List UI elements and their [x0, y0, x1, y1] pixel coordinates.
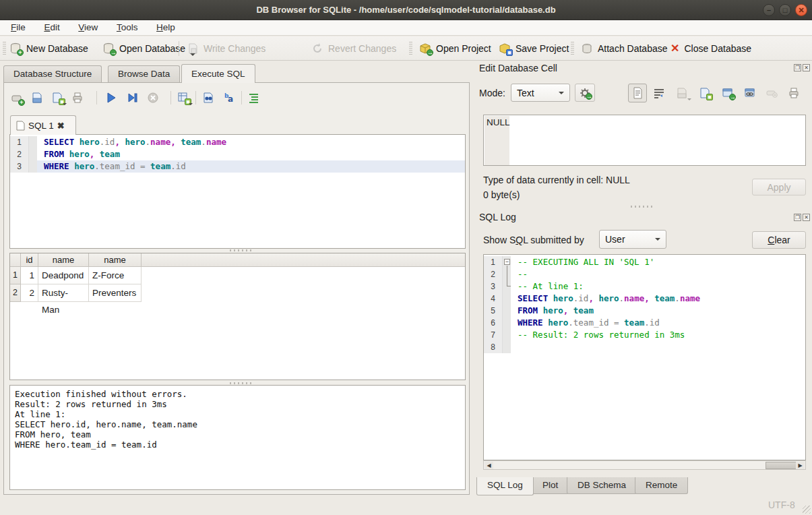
- edit-cell-title: Edit Database Cell: [479, 63, 557, 73]
- tab-sql-log[interactable]: SQL Log: [476, 477, 534, 495]
- auto-complete-icon[interactable]: ba: [224, 92, 236, 104]
- print-cell-icon[interactable]: [788, 87, 800, 99]
- execution-message: Execution finished without errors. Resul…: [9, 385, 466, 490]
- open-project-label: Open Project: [436, 43, 491, 54]
- execute-all-icon[interactable]: [105, 92, 117, 104]
- sql-editor-tab[interactable]: SQL 1 ✖: [10, 115, 76, 135]
- menu-help[interactable]: Help: [148, 20, 183, 35]
- sql-log-title: SQL Log: [479, 212, 516, 222]
- title-bar: DB Browser for SQLite - /home/user/code/…: [0, 0, 812, 20]
- stop-execution-icon: [147, 92, 159, 104]
- apply-button: Apply: [752, 179, 806, 195]
- close-database-button[interactable]: ✕ Close Database: [670, 39, 751, 58]
- save-project-label: Save Project: [516, 43, 569, 54]
- attach-database-icon: [581, 42, 593, 55]
- sql-tab-close-icon[interactable]: ✖: [57, 121, 65, 131]
- format-sql-icon[interactable]: [248, 92, 260, 104]
- editor-line: 1 SELECT hero.id, hero.name, team.name: [10, 136, 465, 148]
- toolbar-drag-handle[interactable]: [3, 42, 6, 55]
- main-toolbar: + New Database → Open Database Write Cha…: [0, 36, 812, 61]
- open-project-icon: →: [419, 42, 431, 55]
- close-log-panel-icon[interactable]: ✕: [803, 214, 810, 221]
- editor-line: 2 FROM hero, team: [10, 148, 465, 160]
- cell-value: NULL: [487, 117, 510, 127]
- column-header-name[interactable]: name: [38, 253, 89, 266]
- results-table[interactable]: id name name 1 1 Deadpond Z-Force 2 2 Ru…: [9, 253, 466, 380]
- save-project-button[interactable]: ■ Save Project: [499, 39, 569, 58]
- minimize-button[interactable]: –: [763, 4, 775, 16]
- open-project-button[interactable]: → Open Project: [419, 39, 491, 58]
- column-header-id[interactable]: id: [21, 253, 38, 266]
- toolbar-drag-handle2[interactable]: [409, 42, 412, 55]
- menu-file[interactable]: File: [3, 20, 34, 35]
- tab-browse-data[interactable]: Browse Data: [108, 65, 180, 82]
- log-filter-combobox[interactable]: User: [599, 230, 666, 249]
- float-log-panel-icon[interactable]: ❐: [794, 214, 801, 221]
- save-results-icon[interactable]: ■: [177, 92, 189, 104]
- open-database-button[interactable]: → Open Database: [102, 39, 195, 58]
- menu-edit[interactable]: Edit: [36, 20, 67, 35]
- link-icon[interactable]: [744, 87, 756, 99]
- close-button[interactable]: ✕: [795, 4, 807, 16]
- open-in-external-icon[interactable]: →: [722, 87, 734, 99]
- float-panel-icon[interactable]: ❐: [794, 64, 801, 71]
- word-wrap-icon[interactable]: [653, 87, 665, 99]
- execute-line-icon[interactable]: [127, 92, 139, 104]
- close-database-label: Close Database: [684, 43, 751, 54]
- new-database-button[interactable]: + New Database: [9, 39, 88, 58]
- print-sql-icon[interactable]: [71, 92, 84, 104]
- attach-database-label: Attach Database: [598, 43, 668, 54]
- text-document-icon[interactable]: [631, 87, 644, 99]
- encoding-status: UTF-8: [768, 499, 795, 510]
- set-null-icon: [766, 87, 778, 99]
- new-sql-tab-icon[interactable]: +: [11, 92, 23, 104]
- open-database-label: Open Database: [119, 43, 185, 54]
- find-icon[interactable]: [202, 92, 214, 104]
- tab-remote[interactable]: Remote: [635, 477, 688, 494]
- log-horizontal-scrollbar[interactable]: ◀ ▶: [483, 460, 806, 470]
- attach-database-button[interactable]: Attach Database: [581, 39, 668, 58]
- open-database-icon: →: [102, 42, 115, 55]
- maximize-button[interactable]: □: [779, 4, 791, 16]
- resize-grip[interactable]: [803, 506, 811, 514]
- write-changes-button: Write Changes: [187, 39, 266, 58]
- splitter-handle[interactable]: [230, 249, 253, 251]
- cell-size-info: 0 byte(s): [483, 189, 520, 200]
- sql-log-view[interactable]: 1-- EXECUTING ALL IN 'SQL 1' 2-- 3-- At …: [483, 254, 806, 460]
- revert-changes-label: Revert Changes: [328, 43, 396, 54]
- tab-execute-sql[interactable]: Execute SQL: [181, 64, 255, 83]
- mode-value: Text: [517, 88, 534, 98]
- write-changes-icon: [187, 42, 199, 55]
- export-cell-data-icon[interactable]: ■: [699, 87, 711, 99]
- column-header-name2[interactable]: name: [89, 253, 142, 266]
- editor-line-current: 3 WHERE hero.team_id = team.id: [10, 160, 465, 173]
- tab-db-schema[interactable]: DB Schema: [567, 477, 637, 494]
- table-row[interactable]: 2 2 Rusty-Man Preventers: [10, 284, 465, 302]
- svg-text:a: a: [228, 94, 233, 104]
- apply-format-button[interactable]: →: [575, 84, 595, 102]
- tab-plot[interactable]: Plot: [532, 477, 569, 494]
- right-splitter-handle[interactable]: [631, 206, 654, 208]
- scroll-left-icon[interactable]: ◀: [485, 462, 493, 469]
- menu-tools[interactable]: Tools: [108, 20, 146, 35]
- tab-database-structure[interactable]: Database Structure: [3, 65, 102, 82]
- save-project-icon: ■: [499, 42, 511, 55]
- log-filter-label: Show SQL submitted by: [483, 235, 584, 245]
- cell-editor[interactable]: NULL: [483, 115, 806, 166]
- toolbar-separator: [179, 41, 179, 56]
- revert-changes-button: Revert Changes: [311, 39, 396, 58]
- menu-view[interactable]: View: [70, 20, 106, 35]
- sql-editor[interactable]: 1 SELECT hero.id, hero.name, team.name 2…: [9, 134, 466, 249]
- toolbar-drag-handle3[interactable]: [571, 42, 574, 55]
- save-sql-file-icon[interactable]: ■: [51, 92, 63, 104]
- open-sql-file-icon[interactable]: [31, 92, 43, 104]
- splitter-handle2[interactable]: [230, 382, 253, 384]
- table-row[interactable]: 1 1 Deadpond Z-Force: [10, 267, 465, 284]
- fold-marker-icon[interactable]: −: [504, 259, 510, 265]
- close-panel-icon[interactable]: ✕: [803, 64, 810, 71]
- mode-combobox[interactable]: Text: [511, 84, 570, 102]
- scroll-right-icon[interactable]: ▶: [796, 462, 805, 469]
- sql-tab-label: SQL 1: [28, 121, 54, 131]
- scrollbar-thumb[interactable]: [766, 462, 797, 469]
- clear-log-button[interactable]: Clear: [752, 231, 806, 249]
